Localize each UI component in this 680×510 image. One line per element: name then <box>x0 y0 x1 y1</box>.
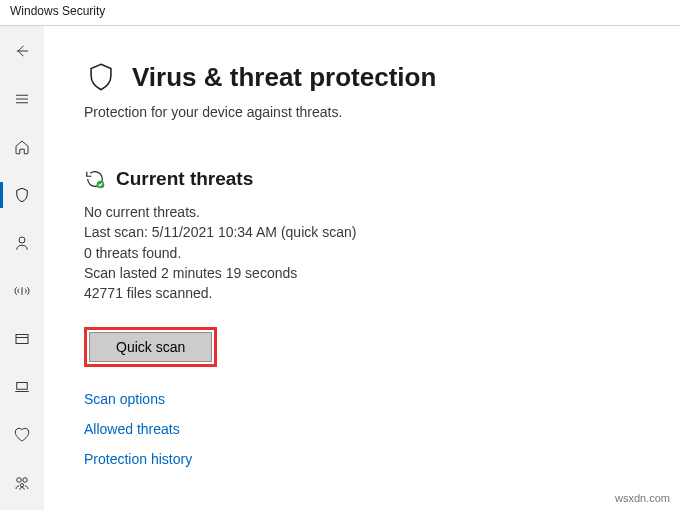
link-protection-history[interactable]: Protection history <box>84 451 650 467</box>
nav-app-browser-control[interactable] <box>0 326 44 352</box>
nav-device-performance[interactable] <box>0 422 44 448</box>
heart-icon <box>13 426 31 444</box>
page-title: Virus & threat protection <box>132 62 436 93</box>
highlight-box: Quick scan <box>84 327 217 367</box>
window-titlebar: Windows Security <box>0 0 680 26</box>
status-files-scanned: 42771 files scanned. <box>84 283 650 303</box>
section-header: Current threats <box>84 168 650 190</box>
signal-icon <box>13 282 31 300</box>
status-duration: Scan lasted 2 minutes 19 seconds <box>84 263 650 283</box>
svg-point-0 <box>19 237 25 243</box>
watermark: wsxdn.com <box>615 492 670 504</box>
status-last-scan: Last scan: 5/11/2021 10:34 AM (quick sca… <box>84 222 650 242</box>
links-section: Scan options Allowed threats Protection … <box>84 391 650 467</box>
laptop-icon <box>13 378 31 396</box>
page-header: Virus & threat protection <box>84 60 650 94</box>
nav-virus-protection[interactable] <box>0 182 44 208</box>
status-threats-found: 0 threats found. <box>84 243 650 263</box>
nav-family-options[interactable] <box>0 470 44 496</box>
quick-scan-button[interactable]: Quick scan <box>89 332 212 362</box>
link-allowed-threats[interactable]: Allowed threats <box>84 421 650 437</box>
sidebar <box>0 26 44 510</box>
menu-icon <box>13 90 31 108</box>
nav-home[interactable] <box>0 134 44 160</box>
nav-firewall[interactable] <box>0 278 44 304</box>
main-content: Virus & threat protection Protection for… <box>44 26 680 510</box>
nav-device-security[interactable] <box>0 374 44 400</box>
link-scan-options[interactable]: Scan options <box>84 391 650 407</box>
current-threats-icon <box>84 168 106 190</box>
hamburger-menu[interactable] <box>0 86 44 112</box>
back-button[interactable] <box>0 38 44 64</box>
svg-rect-2 <box>17 383 28 390</box>
shield-icon <box>13 186 31 204</box>
family-icon <box>13 474 31 492</box>
page-subtitle: Protection for your device against threa… <box>84 104 650 120</box>
nav-account-protection[interactable] <box>0 230 44 256</box>
threat-status: No current threats. Last scan: 5/11/2021… <box>84 202 650 303</box>
svg-rect-1 <box>16 335 28 344</box>
status-no-threats: No current threats. <box>84 202 650 222</box>
app-body: Virus & threat protection Protection for… <box>0 26 680 510</box>
svg-point-4 <box>23 478 28 483</box>
window-icon <box>13 330 31 348</box>
window-title: Windows Security <box>10 4 105 18</box>
person-icon <box>13 234 31 252</box>
section-title: Current threats <box>116 168 253 190</box>
svg-point-5 <box>20 484 23 487</box>
arrow-left-icon <box>13 42 31 60</box>
shield-icon <box>84 60 118 94</box>
svg-point-3 <box>17 478 22 483</box>
home-icon <box>13 138 31 156</box>
